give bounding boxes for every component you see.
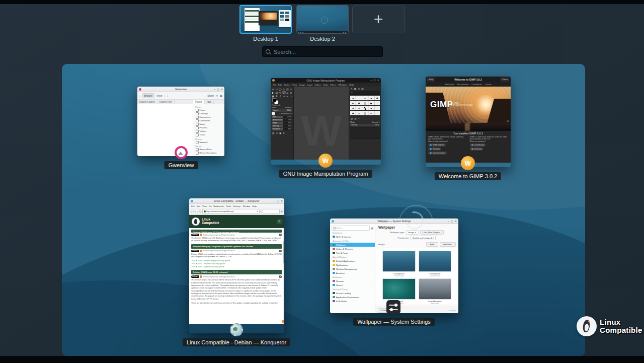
channels-tab-icon[interactable]: ▨: [354, 117, 356, 120]
gimp-menu-item[interactable]: Layer: [307, 84, 313, 86]
konqueror-menu-item[interactable]: Settings: [233, 205, 240, 207]
settings-sidebar-item[interactable]: Screen Locking: [330, 291, 375, 295]
forward-icon[interactable]: ›: [195, 210, 196, 213]
next-icon[interactable]: ›: [167, 94, 168, 97]
places-item[interactable]: Network: [196, 141, 224, 144]
welcome-tab[interactable]: Personalize: [457, 83, 468, 86]
wallpaper-tile[interactable]: Ceratopsian Juliette Taka: [419, 251, 452, 277]
wallpaper-thumbnail[interactable]: [382, 278, 416, 300]
tool-icon[interactable]: ◯: [278, 87, 282, 91]
opacity-slider[interactable]: Opacity100.0: [272, 109, 292, 112]
places-item[interactable]: Documents: [196, 116, 224, 119]
tool-icon[interactable]: ◧: [271, 91, 275, 94]
settings-search-input[interactable]: Search…: [332, 226, 370, 231]
gimp-menu-item[interactable]: Filters: [330, 84, 336, 86]
settings-sidebar-item[interactable]: Window Management ›: [330, 267, 375, 271]
konqueror-menu-item[interactable]: Bookmarks: [214, 205, 224, 207]
settings-sidebar-item[interactable]: Text & Fonts ›: [330, 251, 375, 255]
window-controls[interactable]: –▢✕: [448, 220, 458, 223]
grid-view-icon[interactable]: ▦: [220, 94, 222, 97]
restore-tool-preset-icon[interactable]: ↺: [276, 132, 278, 134]
article-link[interactable]: DLA 3456-1 openafs security update: [191, 266, 282, 269]
comments-badge[interactable]: 0: [279, 250, 282, 252]
settings-sidebar-item[interactable]: Activities: [330, 271, 375, 275]
brush-cell[interactable]: ·: [374, 106, 380, 110]
brush-cell[interactable]: ●: [368, 96, 374, 100]
site-logo[interactable]: [192, 217, 200, 226]
konqueror-menu-item[interactable]: Edit: [197, 205, 200, 207]
welcome-tab[interactable]: Contribute: [471, 83, 481, 86]
help-button[interactable]: Help: [427, 77, 435, 82]
desktop-2-label[interactable]: Desktop 2: [310, 36, 335, 42]
wallpaper-tile[interactable]: Lisel Mountain Filip Skala: [419, 278, 452, 304]
back-icon[interactable]: ‹: [191, 210, 192, 213]
settings-sidebar-item[interactable]: Application Permissions: [330, 295, 375, 299]
apply-button[interactable]: ✓ Apply: [448, 309, 456, 312]
url-bar[interactable]: https://www.linuxcompatible.org/ ∨: [202, 209, 260, 214]
wallpaper-thumbnail[interactable]: [382, 251, 416, 272]
chevron-down-icon[interactable]: ∨: [257, 210, 258, 212]
search-input[interactable]: [273, 48, 375, 55]
gimp-canvas[interactable]: W: [294, 87, 349, 160]
documents-tab-icon[interactable]: ▤: [361, 88, 363, 90]
brush-cell[interactable]: ✱: [374, 96, 380, 100]
wallpaper-thumbnail[interactable]: [419, 278, 452, 300]
menu-icon[interactable]: ≡: [277, 219, 282, 224]
wallpaper-type-select[interactable]: Image ∨: [406, 230, 418, 235]
gimp-menu-item[interactable]: View: [292, 84, 297, 86]
gwenview-tab[interactable]: Recent Files: [157, 100, 175, 104]
settings-sidebar-item[interactable]: Wi-Fi & Internet ›: [330, 235, 375, 239]
window-controls[interactable]: –▢✕: [214, 88, 224, 91]
konqueror-menu-item[interactable]: File: [191, 205, 195, 207]
distro-badge[interactable]: Debian: [191, 250, 199, 252]
save-tool-preset-icon[interactable]: ▥: [272, 132, 274, 134]
window-controls[interactable]: –▢✕: [370, 79, 381, 82]
brush-cell[interactable]: ▒: [362, 101, 368, 105]
comments-badge[interactable]: 0: [279, 275, 282, 278]
tool-icon[interactable]: ▤: [275, 91, 278, 94]
distro-badge[interactable]: Debian: [191, 234, 199, 236]
view-button[interactable]: View: [156, 94, 162, 97]
places-item[interactable]: Recent Files: [196, 148, 224, 151]
positioning-select[interactable]: Scaled and cropped ∨: [411, 236, 436, 240]
gwenview-toolbar[interactable]: ‹ Browse View ‹ › Share ∨ ▦: [137, 92, 224, 100]
settings-sidebar-item[interactable]: Default Applications ›: [330, 259, 375, 263]
comments-badge[interactable]: 0: [279, 234, 282, 236]
gimp-menu-item[interactable]: Help: [349, 84, 354, 86]
chevron-down-icon[interactable]: ∨: [193, 210, 194, 212]
window-system-settings[interactable]: Wallpaper — System Settings –▢✕ Search… …: [330, 219, 458, 313]
gear-icon[interactable]: ⚙: [281, 210, 283, 213]
gimp-menu-item[interactable]: Image: [299, 84, 305, 86]
konqueror-menu-item[interactable]: Help: [252, 205, 257, 207]
share-button[interactable]: Share: [207, 94, 214, 97]
welcome-link-button[interactable]: Donating: [470, 148, 484, 151]
tool-option-slider[interactable]: Size 20.00: [272, 116, 292, 118]
fg-bg-color-swatch[interactable]: [272, 98, 278, 104]
tool-icon[interactable]: A: [275, 94, 278, 98]
desktop-1-label[interactable]: Desktop 1: [253, 36, 278, 42]
places-item[interactable]: Videos: [196, 130, 224, 133]
settings-sidebar-item[interactable]: Wallpaper: [330, 243, 375, 247]
paths-tab-icon[interactable]: ∿: [358, 117, 360, 120]
back-icon[interactable]: ‹: [139, 94, 140, 97]
tool-icon[interactable]: ▣: [271, 94, 275, 98]
patterns-tab-icon[interactable]: ▦: [354, 88, 356, 90]
get-new-wallpapers-button[interactable]: ↓ Get New…: [440, 242, 456, 247]
gimp-menu-item[interactable]: Select: [284, 84, 290, 86]
tool-icon[interactable]: ∿: [282, 87, 285, 91]
window-controls[interactable]: –▢✕: [274, 200, 284, 202]
fonts-tab-icon[interactable]: ◫: [358, 88, 360, 90]
brush-cell[interactable]: ▒: [362, 111, 368, 115]
gwenview-tab[interactable]: Recent Folders: [137, 100, 157, 104]
places-item[interactable]: Trash: [196, 133, 224, 136]
reset-tool-icon[interactable]: ⟳: [283, 132, 285, 134]
layers-tab-icon[interactable]: ▧: [351, 117, 353, 120]
tool-icon[interactable]: ⊿: [282, 94, 285, 98]
konqueror-menu-item[interactable]: Window: [243, 205, 250, 207]
article-heading[interactable]: Debian GNU/Linux 12.1 live images releas…: [191, 230, 282, 233]
gimp-menu-item[interactable]: File: [273, 84, 276, 86]
welcome-tab[interactable]: Welcome: [445, 83, 454, 86]
article-heading[interactable]: Debian GNU/Linux 12.11 released: [191, 270, 282, 274]
add-desktop-button[interactable]: +: [352, 6, 405, 33]
tool-icon[interactable]: ◔: [289, 94, 293, 98]
